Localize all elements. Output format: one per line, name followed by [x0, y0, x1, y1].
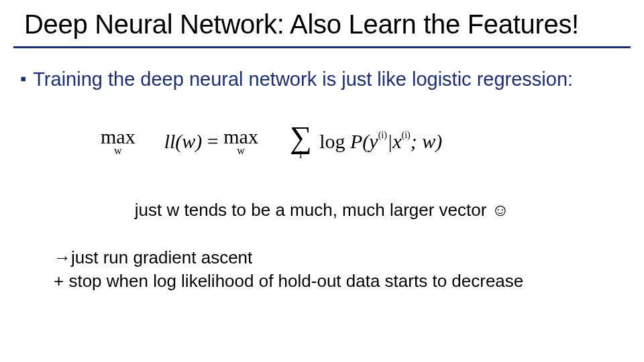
eq-p-open: P(y [350, 130, 378, 152]
arrow-icon: → [54, 247, 71, 267]
eq-sup-i2: (i) [401, 130, 410, 140]
equation: max w ll(w) = max w ∑ i log P(y(i)|x(i);… [0, 123, 644, 160]
eq-bar: |x [387, 130, 402, 152]
tail-line-2: + stop when log likelihood of hold-out d… [54, 271, 523, 291]
eq-sup-i1: (i) [378, 130, 387, 140]
eq-close: ; w) [411, 130, 443, 152]
note-text: just w tends to be a much, much larger v… [0, 200, 644, 221]
eq-max2-sub: w [237, 145, 245, 156]
eq-log: log [319, 130, 350, 152]
tail-line-1: just run gradient ascent [71, 247, 252, 267]
eq-sum-sub: i [299, 150, 302, 160]
bullet-item: ▪ Training the deep neural network is ju… [0, 48, 644, 91]
eq-max1: max [101, 127, 136, 147]
eq-ll: ll(w) [164, 130, 203, 152]
bullet-square-icon: ▪ [20, 68, 26, 89]
eq-max1-sub: w [114, 145, 122, 156]
eq-max2: max [223, 127, 258, 147]
tail-block: →just run gradient ascent + stop when lo… [0, 246, 644, 293]
slide-title: Deep Neural Network: Also Learn the Feat… [0, 0, 644, 44]
bullet-text: Training the deep neural network is just… [33, 67, 573, 91]
eq-equals: = [207, 130, 223, 152]
sigma-icon: ∑ [290, 123, 312, 151]
